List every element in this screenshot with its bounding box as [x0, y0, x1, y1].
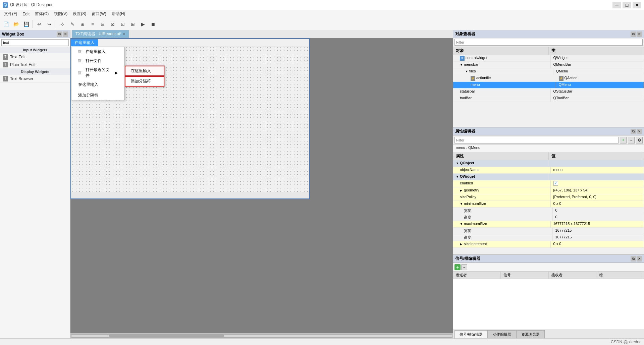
prop-row-minimumsize[interactable]: ▼minimumSize 0 x 0	[453, 201, 644, 208]
prop-cell-minheight-value[interactable]: 0	[553, 214, 644, 221]
tb-open[interactable]: 📂	[11, 19, 21, 29]
property-editor-float-btn[interactable]: ⧉	[631, 129, 636, 134]
hscroll-track[interactable]	[71, 334, 452, 338]
signal-slot-close-btn[interactable]: ✕	[637, 256, 642, 262]
form-tab-close-icon[interactable]: ✕	[123, 32, 125, 36]
prop-config-btn[interactable]: ⚙	[636, 137, 643, 143]
signal-slot-float-btn[interactable]: ⧉	[631, 256, 636, 262]
prop-cell-minwidth-value[interactable]: 0	[553, 208, 644, 214]
widget-item-text-edit[interactable]: T Text Edit	[0, 53, 70, 61]
tb-edit[interactable]: ✎	[68, 19, 77, 29]
tb-stop[interactable]: ⏹	[148, 19, 158, 29]
hscroll-thumb[interactable]	[109, 335, 223, 337]
dropdown-recent-files[interactable]: 🖼 打开最近的文件 ▶ 在这里输入 添加分隔符	[71, 65, 124, 80]
prop-row-sizeincrement[interactable]: ▶sizeIncrement 0 x 0	[453, 241, 644, 248]
maximumsize-expand-icon[interactable]: ▼	[460, 222, 464, 226]
prop-remove-btn[interactable]: −	[628, 137, 635, 143]
tb-redo[interactable]: ↪	[45, 19, 54, 29]
inspector-cell-actionfile-class: ⚡QAction	[556, 75, 644, 81]
tb-layout5[interactable]: ⊡	[118, 19, 127, 29]
prop-cell-maxheight-value[interactable]: 16777215	[553, 234, 644, 241]
tb-preview[interactable]: ▶	[138, 19, 148, 29]
tb-layout3[interactable]: ⊟	[98, 19, 107, 29]
inspector-row-toolbar[interactable]: toolBar QToolBar	[453, 95, 644, 102]
tb-save[interactable]: 💾	[21, 19, 31, 29]
submenu-add-separator[interactable]: 添加分隔符	[125, 76, 164, 87]
prop-row-geometry[interactable]: ▶geometry [(457, 186), 137 x 54]	[453, 187, 644, 194]
inspector-float-btn[interactable]: ⧉	[631, 32, 636, 37]
submenu-input-here[interactable]: 在这里输入	[125, 66, 164, 76]
signal-slot-panel: 信号/槽编辑器 ⧉ ✕ + − 发送者 信号 接收者 槽 信号/槽编辑器 动作编…	[453, 255, 644, 338]
canvas-menu-item-first[interactable]: 在这里输入	[71, 39, 98, 46]
menu-form[interactable]: 窗体(O)	[32, 10, 51, 17]
prop-row-minheight[interactable]: 高度 0	[453, 214, 644, 221]
menu-file[interactable]: 文件(F)	[1, 10, 20, 17]
prop-row-enabled[interactable]: enabled	[453, 180, 644, 187]
prop-section-qwidget[interactable]: ▼QWidget	[453, 174, 644, 180]
menu-help[interactable]: 帮助(H)	[109, 10, 128, 17]
prop-cell-minheight-label: 高度	[453, 214, 553, 221]
dropdown-input-here-2[interactable]: 在这里输入	[71, 80, 124, 89]
maximize-button[interactable]: □	[623, 2, 631, 8]
prop-row-maximumsize[interactable]: ▼maximumSize 16777215 x 16777215	[453, 221, 644, 228]
close-button[interactable]: ✕	[633, 2, 641, 8]
inspector-row-files[interactable]: ▼files QMenu	[453, 68, 644, 75]
tb-new[interactable]: 📄	[1, 19, 11, 29]
geometry-expand-icon[interactable]: ▶	[460, 189, 464, 192]
prop-filter-input[interactable]	[454, 137, 619, 143]
dropdown-recent-files-label: 打开最近的文件	[86, 67, 112, 78]
signal-tab-signals[interactable]: 信号/槽编辑器	[454, 330, 488, 338]
prop-cell-maxwidth-value[interactable]: 16777215	[553, 228, 644, 234]
widget-search-input[interactable]	[1, 39, 69, 46]
prop-cell-objectname-value[interactable]: menu	[551, 167, 644, 173]
menu-view[interactable]: 视图(V)	[51, 10, 70, 17]
inspector-close-btn[interactable]: ✕	[637, 32, 642, 37]
tb-layout4[interactable]: ⊠	[108, 19, 117, 29]
panel-float-btn[interactable]: ⧉	[57, 32, 62, 37]
prop-add-btn[interactable]: +	[620, 137, 627, 143]
tb-layout1[interactable]: ⊞	[78, 19, 87, 29]
tb-layout6[interactable]: ⊞	[128, 19, 138, 29]
inspector-filter-input[interactable]	[454, 39, 643, 46]
signal-tab-resources[interactable]: 资源浏览器	[516, 330, 545, 338]
form-tab-main[interactable]: TXT阅读器 - UIReader.ui* ✕	[72, 30, 129, 38]
prop-section-qobject[interactable]: ▼QObject	[453, 160, 644, 167]
prop-row-objectname[interactable]: objectName menu	[453, 167, 644, 174]
widget-item-plain-text-edit[interactable]: T Plain Text Edit	[0, 61, 70, 69]
signal-add-button[interactable]: +	[454, 264, 461, 270]
qobject-expand-icon[interactable]: ▼	[456, 162, 460, 165]
menu-edit[interactable]: Edit	[20, 11, 32, 17]
tb-layout2[interactable]: ≡	[88, 19, 97, 29]
dropdown-open-file[interactable]: 🖼 打开文件	[71, 56, 124, 65]
minimize-button[interactable]: ─	[612, 2, 621, 8]
canvas-hscroll[interactable]	[70, 333, 453, 338]
prop-row-sizepolicy[interactable]: sizePolicy [Preferred, Preferred, 0, 0]	[453, 194, 644, 201]
inspector-row-statusbar[interactable]: statusbar QStatusBar	[453, 89, 644, 95]
signal-delete-button[interactable]: −	[461, 264, 467, 270]
prop-row-maxwidth[interactable]: 宽度 16777215	[453, 228, 644, 234]
dropdown-input-here[interactable]: 🖼 在这里输入	[71, 47, 124, 56]
tb-select[interactable]: ⊹	[58, 19, 67, 29]
panel-close-btn[interactable]: ✕	[63, 32, 68, 37]
prop-cell-enabled-value[interactable]	[551, 180, 644, 187]
qwidget-expand-icon[interactable]: ▼	[456, 175, 460, 178]
menu-window[interactable]: 窗口(W)	[89, 10, 109, 17]
widget-item-text-browser[interactable]: T Text Browser	[0, 75, 70, 83]
property-editor-close-btn[interactable]: ✕	[637, 129, 642, 134]
prop-row-maxheight[interactable]: 高度 16777215	[453, 234, 644, 241]
prop-row-minwidth[interactable]: 宽度 0	[453, 208, 644, 214]
inspector-row-menubar[interactable]: ▼menubar QMenuBar	[453, 62, 644, 68]
minimumsize-expand-icon[interactable]: ▼	[460, 202, 464, 206]
center-panel: TXT阅读器 - UIReader.ui* ✕ 在这里输入 🖼 在这里输入	[70, 30, 453, 338]
form-canvas[interactable]: 在这里输入 🖼 在这里输入 🖼 打开文件 🖼	[70, 38, 310, 199]
inspector-row-actionfile[interactable]: ⚡actionfile ⚡QAction	[453, 75, 644, 82]
inspector-row-menu[interactable]: menu QMenu	[453, 82, 644, 89]
enabled-checkbox[interactable]	[553, 181, 558, 186]
sizeincrement-expand-icon[interactable]: ▶	[460, 242, 464, 246]
inspector-row-centralwidget[interactable]: ⊞centralwidget QWidget	[453, 55, 644, 62]
menu-settings[interactable]: 设置(S)	[70, 10, 89, 17]
tb-undo[interactable]: ↩	[35, 19, 44, 29]
dropdown-add-separator[interactable]: 添加分隔符	[71, 91, 124, 100]
qaction-icon: ⚡	[559, 76, 564, 81]
signal-tab-actions[interactable]: 动作编辑器	[488, 330, 516, 338]
